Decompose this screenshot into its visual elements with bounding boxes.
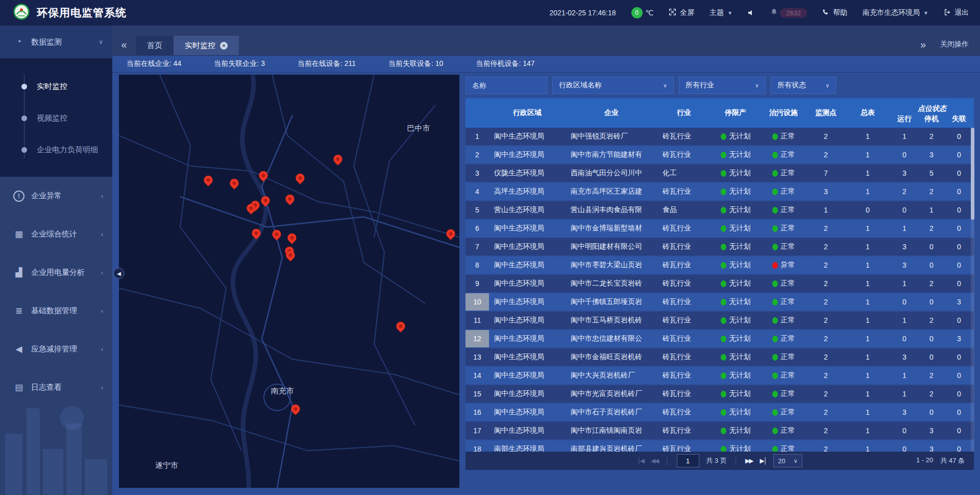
table-row[interactable]: 17阆中生态环境局阆中市江南镇阆南页岩砖瓦行业无计划正常21030	[465, 422, 974, 439]
sidebar-item-company-abnormal[interactable]: !企业异常‹	[0, 177, 112, 215]
sidebar-item-emergency-reduction[interactable]: ◀应急减排管理‹	[0, 330, 112, 368]
table-row[interactable]: 14阆中生态环境局阆中大兴页岩机砖厂砖瓦行业无计划正常21120	[465, 367, 974, 384]
cell-meters: 1	[845, 312, 890, 329]
cell-num: 10	[465, 293, 489, 311]
table-row[interactable]: 5营山生态环境局营山县润丰肉食品有限食品无计划正常10010	[465, 201, 974, 219]
close-icon[interactable]: ×	[220, 42, 228, 50]
industry-filter-select[interactable]: 所有行业 ∨	[679, 77, 766, 94]
cell-num: 1	[465, 128, 489, 145]
sidebar-collapse-toggle[interactable]: ◀	[113, 268, 125, 279]
name-filter-input[interactable]	[465, 77, 547, 94]
cell-facility: 正常	[761, 183, 806, 200]
mute-speaker-icon[interactable]	[748, 9, 755, 16]
table-body: 1阆中生态环境局阆中强锐页岩砖厂砖瓦行业无计划正常211202阆中生态环境局阆中…	[465, 128, 974, 452]
temperature-unit: ℃	[646, 9, 654, 17]
status-dot	[772, 354, 778, 361]
sidebar-item-base-data-management[interactable]: ≣基础数据管理‹	[0, 292, 112, 330]
temperature-badge: 0	[631, 7, 643, 18]
status-dot	[772, 280, 778, 287]
sidebar-item-company-statistics[interactable]: ▦企业综合统计‹	[0, 215, 112, 253]
notification-bell[interactable]: 2632	[770, 8, 807, 18]
region-filter-select[interactable]: 行政区域名称 ∨	[552, 77, 674, 94]
cell-production: 无计划	[710, 164, 761, 182]
cell-lost: 0	[944, 201, 974, 219]
page-input[interactable]	[677, 454, 699, 467]
status-item: 当前在线企业: 44	[127, 59, 181, 68]
cell-num: 7	[465, 238, 489, 255]
sidebar-item-label: 数据监测	[31, 37, 62, 47]
sidebar-item-label: 应急减排管理	[31, 344, 77, 354]
prev-page-icon[interactable]: ◀◀	[651, 457, 658, 464]
table-row[interactable]: 2阆中生态环境局阆中市南方节能建材有砖瓦行业无计划正常21030	[465, 146, 974, 163]
table-row[interactable]: 18南部生态环境局南部县建兴页岩机砖厂砖瓦行业无计划正常21030	[465, 440, 974, 452]
table-row[interactable]: 15阆中生态环境局阆中市光富页岩机砖厂砖瓦行业无计划正常21120	[465, 385, 974, 403]
map-panel[interactable]: 巴中市南充市遂宁市	[119, 75, 459, 488]
cell-region: 阆中生态环境局	[489, 293, 566, 311]
tabs-scroll-right-icon[interactable]: »	[920, 39, 926, 51]
table-row[interactable]: 9阆中生态环境局阆中市二龙长宝页岩砖砖瓦行业无计划正常21120	[465, 275, 974, 292]
tabs-scroll-left-icon[interactable]: «	[112, 39, 136, 51]
sidebar: ◔数据监测∨实时监控视频监控企业电力负荷明细!企业异常‹▦企业综合统计‹▟企业用…	[0, 26, 112, 495]
cell-company: 阆中市枣碧大梁山页岩	[566, 256, 657, 274]
table-scrollbar[interactable]	[971, 128, 974, 452]
status-value: 3	[261, 59, 265, 67]
logout-button[interactable]: 退出	[944, 8, 969, 17]
table-row[interactable]: 1阆中生态环境局阆中强锐页岩砖厂砖瓦行业无计划正常21120	[465, 128, 974, 145]
cell-company: 南部县建兴页岩机砖厂	[566, 440, 657, 452]
sidebar-item-power-load-detail[interactable]: 企业电力负荷明细	[0, 134, 112, 166]
status-dot	[772, 170, 778, 177]
status-dot	[721, 133, 726, 140]
cell-region: 仪陇生态环境局	[489, 164, 566, 182]
status-filter-select[interactable]: 所有状态 ∨	[771, 77, 836, 94]
map-city-label: 南充市	[271, 386, 294, 395]
filter-bar: 行政区域名称 ∨ 所有行业 ∨ 所有状态 ∨	[465, 77, 836, 94]
cell-lost: 0	[944, 404, 974, 421]
sidebar-item-video-monitor[interactable]: 视频监控	[0, 102, 112, 134]
tab-home[interactable]: 首页	[136, 36, 174, 55]
table-row[interactable]: 4高坪生态环境局南充市高坪区王家店建砖瓦行业无计划正常31220	[465, 183, 974, 200]
table-row[interactable]: 3仪陇生态环境局西南油气田分公司川中化工无计划正常71350	[465, 164, 974, 182]
bell-icon	[770, 8, 778, 17]
total-label: 共 47 条	[940, 456, 965, 465]
last-page-icon[interactable]: ▶│	[760, 457, 767, 464]
fullscreen-button[interactable]: 全屏	[669, 8, 694, 17]
help-button[interactable]: 帮助	[822, 8, 847, 17]
page-size-select[interactable]: 20 ∨	[773, 454, 802, 467]
cell-industry: 砖瓦行业	[657, 330, 710, 347]
scrollbar-thumb[interactable]	[971, 128, 974, 220]
table-row[interactable]: 6阆中生态环境局阆中市金博瑞新型墙材砖瓦行业无计划正常21120	[465, 220, 974, 237]
sidebar-item-realtime-monitor[interactable]: 实时监控	[0, 70, 112, 102]
close-operations-button[interactable]: 关闭操作	[940, 40, 969, 49]
table-row[interactable]: 11阆中生态环境局阆中市五马桥页岩机砖砖瓦行业无计划正常21120	[465, 312, 974, 329]
table-row[interactable]: 10阆中生态环境局阆中千佛镇五郎垭页岩砖瓦行业无计划正常21003	[465, 293, 974, 311]
tab-realtime-monitor[interactable]: 实时监控 ×	[174, 36, 239, 55]
cell-production: 无计划	[710, 146, 761, 163]
cell-meters: 1	[845, 220, 890, 237]
table-row[interactable]: 12阆中生态环境局阆中市忠信建材有限公砖瓦行业无计划正常21003	[465, 330, 974, 347]
table-row[interactable]: 13阆中生态环境局阆中市金福旺页岩机砖砖瓦行业无计划正常21300	[465, 348, 974, 366]
bullet-icon	[21, 115, 27, 121]
table-row[interactable]: 7阆中生态环境局阆中明阳建材有限公司砖瓦行业无计划正常21300	[465, 238, 974, 255]
cell-stop: 3	[919, 422, 944, 439]
sidebar-item-data-monitoring[interactable]: ◔数据监测∨	[0, 26, 112, 58]
cell-region: 阆中生态环境局	[489, 404, 566, 421]
sidebar-item-power-usage-analysis[interactable]: ▟企业用电量分析‹	[0, 253, 112, 292]
sidebar-item-log-view[interactable]: ▤日志查看‹	[0, 368, 112, 407]
status-dot	[772, 207, 778, 214]
cell-points: 7	[806, 164, 845, 182]
theme-menu-button[interactable]: 主题 ▼	[709, 8, 732, 17]
cell-points: 2	[806, 220, 845, 237]
table-row[interactable]: 16阆中生态环境局阆中市石子页岩机砖厂砖瓦行业无计划正常21300	[465, 404, 974, 421]
next-page-icon[interactable]: ▶▶	[745, 457, 752, 464]
table-row[interactable]: 8阆中生态环境局阆中市枣碧大梁山页岩砖瓦行业无计划异常21300	[465, 256, 974, 274]
cell-region: 阆中生态环境局	[489, 348, 566, 366]
sidebar-group-log-view: ▤日志查看‹	[0, 368, 112, 407]
cell-region: 南部生态环境局	[489, 440, 566, 452]
cell-company: 营山县润丰肉食品有限	[566, 201, 657, 219]
cell-facility: 正常	[761, 312, 806, 329]
org-menu-button[interactable]: 南充市生态环境局 ▼	[863, 8, 928, 17]
cell-run: 3	[890, 164, 919, 182]
first-page-icon[interactable]: │◀	[637, 457, 644, 464]
sidebar-group-data-monitoring: ◔数据监测∨实时监控视频监控企业电力负荷明细	[0, 26, 112, 177]
cell-run: 1	[890, 385, 919, 403]
